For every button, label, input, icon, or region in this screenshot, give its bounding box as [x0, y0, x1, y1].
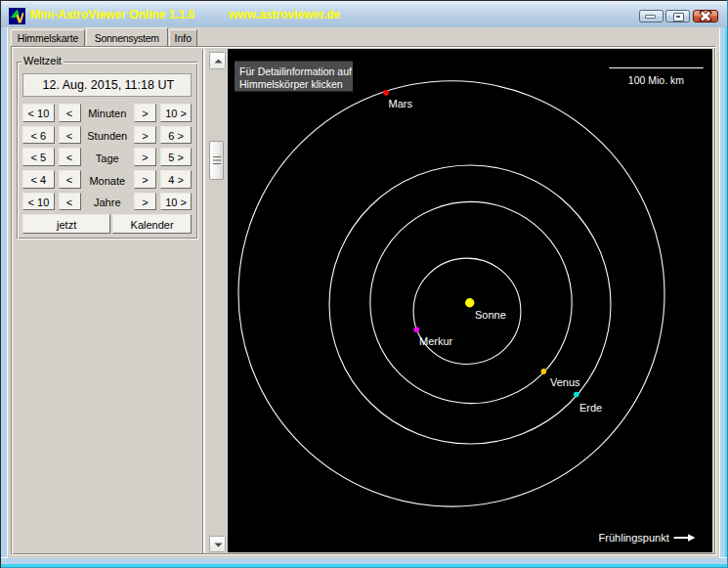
svg-text:Erde: Erde	[579, 402, 602, 414]
svg-text:100 Mio. km: 100 Mio. km	[628, 74, 684, 86]
svg-text:Für Detailinformation auf: Für Detailinformation auf	[239, 66, 352, 77]
svg-text:Mars: Mars	[389, 98, 413, 109]
svg-text:Frühlingspunkt: Frühlingspunkt	[599, 532, 669, 544]
svg-text:Merkur: Merkur	[419, 335, 453, 347]
svg-text:Venus: Venus	[550, 376, 580, 388]
svg-text:Sonne: Sonne	[475, 309, 506, 321]
svg-text:Himmelskörper klicken: Himmelskörper klicken	[239, 78, 343, 90]
